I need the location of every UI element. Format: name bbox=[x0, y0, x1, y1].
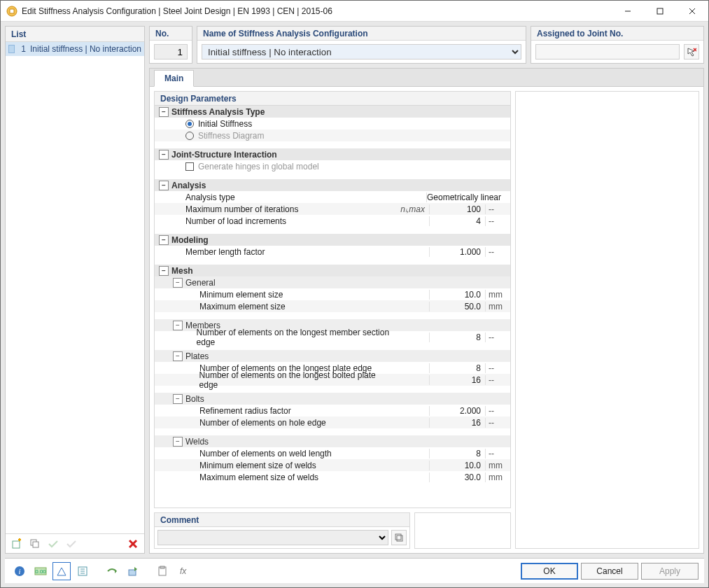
collapse-icon[interactable]: − bbox=[173, 351, 183, 361]
val-mlf[interactable]: 1.000 bbox=[429, 247, 485, 257]
radio-initial-stiffness[interactable] bbox=[185, 120, 194, 128]
val-bolted-plate-edge[interactable]: 16 bbox=[429, 375, 485, 385]
opt-generate-hinges: Generate hinges in global model bbox=[198, 162, 319, 172]
list-item-no: 1 bbox=[19, 44, 26, 54]
tabstrip: Main bbox=[150, 69, 703, 87]
val-hole-edge[interactable]: 16 bbox=[429, 418, 485, 428]
checkbox-generate-hinges[interactable] bbox=[185, 162, 194, 171]
help-button[interactable]: i bbox=[10, 562, 29, 580]
val-member-edge[interactable]: 8 bbox=[429, 332, 485, 342]
group-mesh-plates: Plates bbox=[185, 351, 209, 361]
group-mesh-bolts: Bolts bbox=[185, 394, 204, 404]
val-min-elem[interactable]: 10.0 bbox=[429, 290, 485, 300]
collapse-icon[interactable]: − bbox=[159, 181, 169, 190]
val-max-elem[interactable]: 50.0 bbox=[429, 302, 485, 312]
group-jsi: Joint-Structure Interaction bbox=[171, 150, 277, 160]
import-button[interactable] bbox=[103, 562, 121, 580]
minimize-button[interactable] bbox=[612, 1, 644, 22]
svg-rect-16 bbox=[395, 534, 401, 540]
tab-main-label: Main bbox=[164, 74, 183, 83]
include-button[interactable] bbox=[45, 536, 62, 552]
val-refine-radius[interactable]: 2.000 bbox=[429, 406, 485, 416]
group-modeling: Modeling bbox=[171, 235, 209, 245]
val-max-iter[interactable]: 100 bbox=[429, 204, 485, 214]
param-load-incr: Number of load increments bbox=[185, 216, 286, 226]
list-item[interactable]: 1 Initial stiffness | No interaction bbox=[6, 42, 144, 56]
delete-item-button[interactable] bbox=[125, 536, 141, 552]
design-parameters-header: Design Parameters bbox=[155, 92, 510, 106]
param-weld-length: Number of elements on weld length bbox=[199, 449, 332, 458]
radio-stiffness-diagram[interactable] bbox=[185, 132, 194, 140]
view-toggle-button[interactable] bbox=[52, 562, 71, 580]
export-button[interactable] bbox=[124, 562, 142, 580]
sym-max-iter: nᵢ,max bbox=[400, 204, 429, 214]
svg-rect-10 bbox=[33, 542, 38, 547]
group-stiffness-type: Stiffness Analysis Type bbox=[171, 107, 265, 117]
val-load-incr[interactable]: 4 bbox=[429, 216, 485, 226]
collapse-icon[interactable]: − bbox=[159, 235, 169, 245]
name-box: Name of Stiffness Analysis Configuration… bbox=[197, 26, 526, 64]
unit-load-incr: -- bbox=[485, 216, 510, 226]
assign-label: Assigned to Joint No. bbox=[531, 27, 703, 41]
val-analysis-type[interactable]: Geometrically linear bbox=[426, 192, 507, 202]
dialog-window: Edit Stiffness Analysis Configuration | … bbox=[0, 0, 709, 588]
assign-box: Assigned to Joint No. bbox=[531, 26, 704, 64]
no-label: No. bbox=[150, 27, 192, 41]
svg-rect-6 bbox=[13, 541, 20, 548]
param-min-elem: Minimum element size bbox=[199, 290, 283, 300]
comment-library-button[interactable] bbox=[391, 530, 407, 545]
cancel-button[interactable]: Cancel bbox=[581, 563, 638, 580]
group-mesh: Mesh bbox=[171, 266, 193, 276]
units-button[interactable]: 0.00 bbox=[31, 562, 50, 580]
param-refine-radius: Refinement radius factor bbox=[199, 406, 291, 416]
tree-collapse-button[interactable] bbox=[73, 562, 92, 580]
opt-stiffness-diagram: Stiffness Diagram bbox=[198, 131, 264, 141]
exclude-button[interactable] bbox=[63, 536, 80, 552]
collapse-icon[interactable]: − bbox=[173, 394, 183, 404]
clipboard-button[interactable] bbox=[153, 562, 171, 580]
unit-min-elem: mm bbox=[485, 290, 510, 300]
list-header: List bbox=[6, 27, 144, 42]
no-field[interactable] bbox=[154, 44, 188, 59]
comment-select[interactable] bbox=[157, 530, 388, 545]
param-max-elem: Maximum element size bbox=[199, 302, 286, 312]
close-button[interactable] bbox=[676, 1, 708, 22]
side-blank-panel bbox=[515, 91, 699, 549]
val-weld-length[interactable]: 8 bbox=[429, 449, 485, 458]
dialog-footer: i 0.00 fx OK Cancel Apply bbox=[5, 558, 704, 583]
apply-button[interactable]: Apply bbox=[641, 563, 699, 580]
param-hole-edge: Number of elements on hole edge bbox=[199, 418, 326, 428]
pick-joint-button[interactable] bbox=[684, 44, 699, 59]
function-button[interactable]: fx bbox=[174, 562, 192, 580]
list-panel: List 1 Initial stiffness | No interactio… bbox=[5, 26, 145, 554]
val-weld-max[interactable]: 30.0 bbox=[429, 472, 485, 482]
ok-button[interactable]: OK bbox=[521, 563, 578, 580]
app-icon bbox=[6, 6, 17, 17]
list-toolbar bbox=[6, 533, 144, 553]
parameter-tree[interactable]: −Stiffness Analysis Type Initial Stiffne… bbox=[155, 106, 510, 507]
unit-member-edge: -- bbox=[485, 332, 510, 342]
comment-panel: Comment bbox=[154, 512, 410, 549]
val-plate-edge[interactable]: 8 bbox=[429, 363, 485, 373]
param-weld-max: Maximum element size of welds bbox=[199, 472, 318, 482]
new-item-button[interactable] bbox=[8, 536, 25, 552]
copy-item-button[interactable] bbox=[27, 536, 43, 552]
assign-field[interactable] bbox=[535, 44, 680, 59]
opt-initial-stiffness: Initial Stiffness bbox=[198, 119, 252, 129]
param-member-edge: Number of elements on the longest member… bbox=[197, 328, 395, 347]
svg-marker-22 bbox=[57, 568, 66, 575]
maximize-button[interactable] bbox=[644, 1, 676, 22]
list-item-color-icon bbox=[8, 45, 15, 53]
param-member-length-factor: Member length factor bbox=[185, 247, 265, 257]
collapse-icon[interactable]: − bbox=[159, 107, 169, 117]
param-max-iter: Maximum number of iterations bbox=[185, 204, 298, 214]
collapse-icon[interactable]: − bbox=[159, 266, 169, 276]
param-analysis-type: Analysis type bbox=[185, 192, 235, 202]
tab-main[interactable]: Main bbox=[154, 70, 194, 87]
name-select[interactable]: Initial stiffness | No interaction bbox=[202, 44, 521, 59]
collapse-icon[interactable]: − bbox=[159, 150, 169, 160]
collapse-icon[interactable]: − bbox=[173, 437, 183, 447]
list-body[interactable]: 1 Initial stiffness | No interaction bbox=[6, 42, 144, 533]
collapse-icon[interactable]: − bbox=[173, 278, 183, 288]
val-weld-min[interactable]: 10.0 bbox=[429, 461, 485, 470]
